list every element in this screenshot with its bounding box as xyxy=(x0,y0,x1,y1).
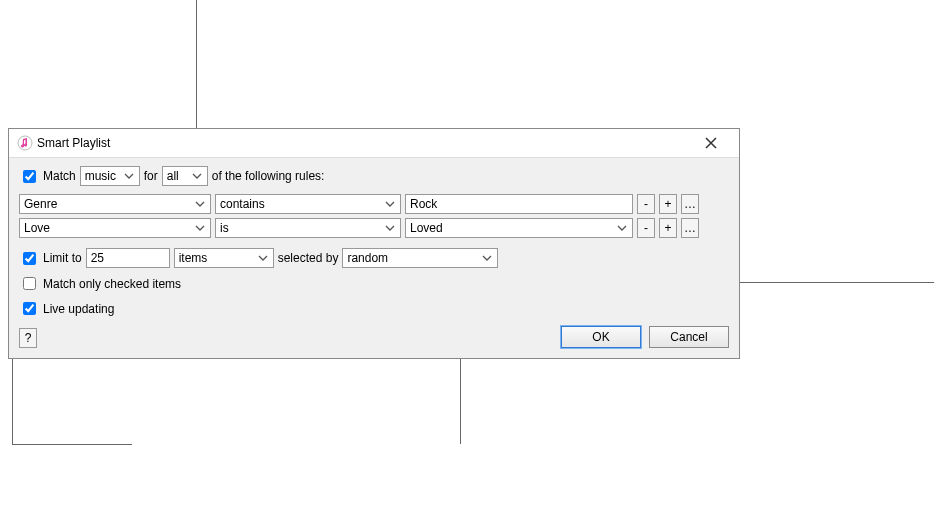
ok-button[interactable]: OK xyxy=(561,326,641,348)
close-button[interactable] xyxy=(691,133,731,153)
live-updating-checkbox[interactable] xyxy=(23,302,36,315)
rule-operator-select[interactable]: is xyxy=(215,218,401,238)
limit-unit-select[interactable]: items xyxy=(174,248,274,268)
smart-playlist-dialog: Smart Playlist Match music for all of th… xyxy=(8,128,740,359)
nest-rule-button[interactable]: … xyxy=(681,194,699,214)
help-button[interactable]: ? xyxy=(19,328,37,348)
rule-operator-select[interactable]: contains xyxy=(215,194,401,214)
callout-line xyxy=(12,444,132,445)
titlebar: Smart Playlist xyxy=(9,129,739,158)
rule-field-select[interactable]: Genre xyxy=(19,194,211,214)
rule-row: Genre contains - + … xyxy=(19,194,729,214)
svg-point-0 xyxy=(18,136,32,150)
match-only-checked-label: Match only checked items xyxy=(43,277,181,291)
live-updating-row: Live updating xyxy=(19,299,729,318)
app-icon xyxy=(17,135,33,151)
match-only-checked-checkbox[interactable] xyxy=(23,277,36,290)
dialog-footer: ? OK Cancel xyxy=(19,326,729,348)
match-row: Match music for all of the following rul… xyxy=(19,166,729,186)
cancel-button[interactable]: Cancel xyxy=(649,326,729,348)
limit-count-input[interactable] xyxy=(86,248,170,268)
add-rule-button[interactable]: + xyxy=(659,218,677,238)
live-updating-label: Live updating xyxy=(43,302,114,316)
media-type-select[interactable]: music xyxy=(80,166,140,186)
match-checkbox[interactable] xyxy=(23,170,36,183)
rules-label: of the following rules: xyxy=(212,169,325,183)
rule-field-select[interactable]: Love xyxy=(19,218,211,238)
remove-rule-button[interactable]: - xyxy=(637,218,655,238)
scope-select[interactable]: all xyxy=(162,166,208,186)
limit-checkbox[interactable] xyxy=(23,252,36,265)
add-rule-button[interactable]: + xyxy=(659,194,677,214)
limit-row: Limit to items selected by random xyxy=(19,248,729,268)
match-checked-row: Match only checked items xyxy=(19,274,729,293)
selected-by-label: selected by xyxy=(278,251,339,265)
rule-value-select[interactable]: Loved xyxy=(405,218,633,238)
nest-rule-button[interactable]: … xyxy=(681,218,699,238)
rule-value-input[interactable] xyxy=(405,194,633,214)
for-label: for xyxy=(144,169,158,183)
rule-row: Love is Loved - + … xyxy=(19,218,729,238)
dialog-body: Match music for all of the following rul… xyxy=(9,158,739,358)
dialog-title: Smart Playlist xyxy=(37,136,110,150)
limit-label: Limit to xyxy=(43,251,82,265)
remove-rule-button[interactable]: - xyxy=(637,194,655,214)
limit-method-select[interactable]: random xyxy=(342,248,498,268)
match-label: Match xyxy=(43,169,76,183)
rules-list: Genre contains - + … Love is Loved xyxy=(19,194,729,238)
